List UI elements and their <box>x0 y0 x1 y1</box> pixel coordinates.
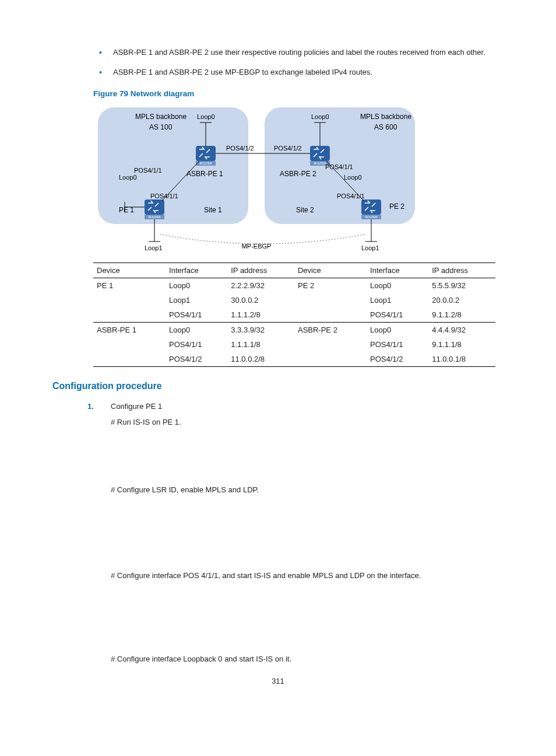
table-row: ASBR-PE 1Loop03.3.3.9/32ASBR-PE 2Loop04.… <box>93 323 495 338</box>
site1-label: Site 1 <box>204 206 222 214</box>
table-cell: POS4/1/1 <box>166 307 227 323</box>
table-cell: POS4/1/1 <box>367 307 428 323</box>
table-cell: 11.0.0.2/8 <box>227 352 294 367</box>
table-cell: POS4/1/2 <box>367 352 428 367</box>
mpls-backbone-left: MPLS backbone <box>135 113 186 121</box>
step-line: # Configure interface Loopback 0 and sta… <box>111 652 504 667</box>
table-cell: Loop0 <box>367 323 428 338</box>
table-cell <box>294 307 367 323</box>
table-cell: POS4/1/1 <box>166 337 227 352</box>
pe2-label: PE 2 <box>389 202 404 211</box>
pos412-label: POS4/1/2 <box>274 145 302 152</box>
table-cell: 2.2.2.9/32 <box>227 278 294 293</box>
col-interface: Interface <box>166 263 227 278</box>
table-row: PE 1Loop02.2.2.9/32PE 2Loop05.5.5.9/32 <box>93 278 495 293</box>
table-cell: Loop1 <box>367 293 428 307</box>
network-diagram-svg: MPLS backbone AS 100 MPLS backbone AS 60… <box>93 102 420 253</box>
table-cell: PE 2 <box>294 278 367 293</box>
table-cell: 1.1.1.1/8 <box>227 337 294 352</box>
figure-title: Figure 79 Network diagram <box>93 89 504 98</box>
router-label: ROUTER <box>148 215 161 219</box>
table-cell <box>294 293 367 307</box>
col-interface2: Interface <box>367 263 428 278</box>
loop0-label: Loop0 <box>311 113 329 120</box>
table-cell: 1.1.1.2/8 <box>227 307 294 323</box>
table-cell <box>93 352 166 367</box>
table-cell: 9.1.1.2/8 <box>428 307 495 323</box>
col-ip2: IP address <box>428 263 495 278</box>
pe1-router-icon: ROUTER <box>145 200 164 219</box>
router-label: ROUTER <box>199 162 212 165</box>
pos411-label: POS4/1/1 <box>325 163 353 170</box>
table-cell: 11.0.0.1/8 <box>428 352 495 367</box>
page-number: 311 <box>52 677 504 685</box>
table-row: POS4/1/11.1.1.1/8POS4/1/19.1.1.1/8 <box>93 337 495 352</box>
svg-rect-8 <box>361 200 381 215</box>
address-table: Device Interface IP address Device Inter… <box>93 262 495 367</box>
svg-rect-2 <box>196 146 216 161</box>
table-cell: ASBR-PE 2 <box>294 323 367 338</box>
pos411-label: POS4/1/1 <box>134 167 162 174</box>
pos411-label: POS4/1/1 <box>150 192 178 200</box>
table-cell: Loop0 <box>166 323 227 338</box>
site2-label: Site 2 <box>296 206 314 214</box>
table-cell: Loop1 <box>166 293 227 307</box>
pe2-router-icon: ROUTER <box>361 200 381 219</box>
table-cell: POS4/1/1 <box>367 337 428 352</box>
table-cell: 30.0.0.2 <box>227 293 294 307</box>
table-cell: POS4/1/2 <box>166 352 227 367</box>
table-cell: 5.5.5.9/32 <box>428 278 495 293</box>
loop0-label: Loop0 <box>197 113 215 120</box>
table-row: POS4/1/211.0.0.2/8POS4/1/211.0.0.1/8 <box>93 352 495 367</box>
feature-bullet-list: ASBR-PE 1 and ASBR-PE 2 use their respec… <box>52 47 504 78</box>
network-diagram: MPLS backbone AS 100 MPLS backbone AS 60… <box>93 102 504 253</box>
pos411-label: POS4/1/1 <box>337 192 365 200</box>
router-label: ROUTER <box>365 215 378 219</box>
table-cell: ASBR-PE 1 <box>93 323 166 338</box>
mpebgp-label: MP-EBGP <box>242 243 272 250</box>
table-cell: PE 1 <box>93 278 166 293</box>
table-row: Loop130.0.0.2Loop120.0.0.2 <box>93 293 495 307</box>
table-cell <box>93 293 166 307</box>
table-cell: 20.0.0.2 <box>428 293 495 307</box>
asbr-pe1-router-icon: ROUTER <box>196 146 216 166</box>
bullet-item: ASBR-PE 1 and ASBR-PE 2 use MP-EBGP to e… <box>99 66 504 78</box>
table-cell <box>93 337 166 352</box>
as-left: AS 100 <box>149 123 173 131</box>
table-cell <box>294 337 367 352</box>
table-cell <box>93 307 166 323</box>
loop1-label: Loop1 <box>361 244 379 251</box>
loop0-label: Loop0 <box>344 174 362 181</box>
svg-rect-4 <box>310 146 330 161</box>
table-cell: 9.1.1.1/8 <box>428 337 495 352</box>
bullet-text: ASBR-PE 1 and ASBR-PE 2 use MP-EBGP to e… <box>113 68 372 76</box>
step-line: # Run IS-IS on PE 1. <box>111 415 504 430</box>
col-ip: IP address <box>227 263 294 278</box>
table-header-row: Device Interface IP address Device Inter… <box>93 263 495 278</box>
table-cell: 3.3.3.9/32 <box>227 323 294 338</box>
router-label: ROUTER <box>314 162 326 165</box>
table-cell: 4.4.4.9/32 <box>428 323 495 338</box>
step-title: Configure PE 1 <box>111 400 504 414</box>
bullet-item: ASBR-PE 1 and ASBR-PE 2 use their respec… <box>99 47 504 58</box>
step-1: 1. Configure PE 1 # Run IS-IS on PE 1. #… <box>87 400 504 666</box>
svg-rect-6 <box>145 200 164 215</box>
pos412-label: POS4/1/2 <box>226 145 254 152</box>
config-procedure-heading: Configuration procedure <box>52 381 504 391</box>
col-device2: Device <box>294 263 367 278</box>
step-line: # Configure interface POS 4/1/1, and sta… <box>111 569 504 583</box>
col-device: Device <box>93 263 166 278</box>
as-right: AS 600 <box>374 123 397 131</box>
asbr-pe1-label: ASBR-PE 1 <box>186 170 223 178</box>
asbr-pe2-router-icon: ROUTER <box>310 146 330 166</box>
loop1-label: Loop1 <box>145 244 163 251</box>
table-cell: Loop0 <box>166 278 227 293</box>
table-row: POS4/1/11.1.1.2/8POS4/1/19.1.1.2/8 <box>93 307 495 323</box>
step-line: # Configure LSR ID, enable MPLS and LDP. <box>111 483 504 498</box>
bullet-text: ASBR-PE 1 and ASBR-PE 2 use their respec… <box>113 48 485 57</box>
asbr-pe2-label: ASBR-PE 2 <box>280 170 316 178</box>
mpls-backbone-right: MPLS backbone <box>360 113 411 121</box>
table-cell: Loop0 <box>367 278 428 293</box>
table-cell <box>294 352 367 367</box>
step-number: 1. <box>87 400 94 414</box>
